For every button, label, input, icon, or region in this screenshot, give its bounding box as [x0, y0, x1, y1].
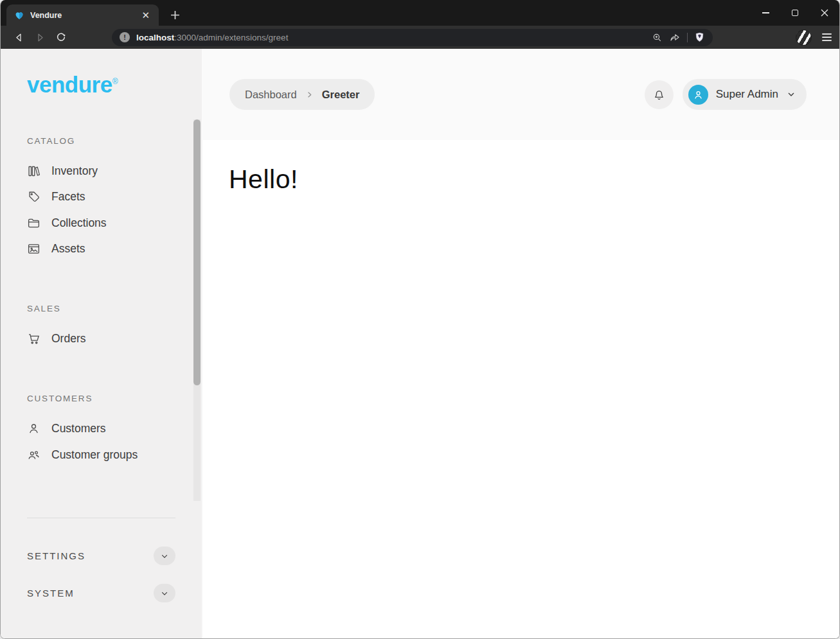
- sidebar-item-orders[interactable]: Orders: [27, 330, 85, 347]
- library-icon: [27, 164, 40, 178]
- minimize-icon: [762, 12, 769, 13]
- sidebar-divider: [27, 518, 175, 518]
- close-button[interactable]: [810, 0, 839, 26]
- hamburger-icon: [822, 33, 832, 35]
- tab-close-icon[interactable]: ✕: [139, 9, 152, 21]
- image-icon: [27, 242, 40, 256]
- browser-window: Vendure ✕: [0, 0, 840, 639]
- forward-icon: [35, 32, 46, 43]
- section-label-catalog: CATALOG: [27, 136, 75, 146]
- window-controls: [751, 0, 839, 26]
- plus-icon: [170, 10, 180, 20]
- sidebar: vendure® CATALOG Inventory: [1, 49, 203, 639]
- logo-registered-mark: ®: [112, 77, 118, 86]
- folder-icon: [27, 216, 40, 230]
- vendure-favicon: [14, 10, 24, 21]
- breadcrumb-current: Greeter: [322, 89, 360, 101]
- reload-button[interactable]: [52, 28, 70, 46]
- browser-menu-button[interactable]: [822, 33, 832, 42]
- browser-toolbar: ! localhost:3000/admin/extensions/greet: [1, 26, 839, 49]
- sidebar-item-label: Assets: [51, 242, 85, 256]
- user-name: Super Admin: [716, 88, 778, 101]
- section-label-system: SYSTEM: [27, 588, 75, 599]
- close-icon: [821, 9, 828, 17]
- sidebar-item-customers[interactable]: Customers: [27, 420, 106, 437]
- section-label-customers: CUSTOMERS: [27, 394, 93, 403]
- zoom-icon[interactable]: [652, 32, 663, 43]
- page-header: Dashboard Greeter: [203, 49, 839, 140]
- sidebar-item-label: Customers: [51, 422, 106, 435]
- brave-shield-icon[interactable]: [694, 31, 705, 43]
- maximize-icon: [792, 10, 798, 16]
- user-menu[interactable]: Super Admin: [683, 79, 807, 110]
- tag-icon: [27, 190, 40, 204]
- sidebar-item-label: Inventory: [51, 164, 98, 178]
- back-icon: [13, 32, 24, 43]
- tab-title: Vendure: [30, 11, 139, 20]
- url-path: :3000/admin/extensions/greet: [174, 33, 288, 42]
- new-tab-button[interactable]: [170, 10, 180, 20]
- sidebar-section-settings: SETTINGS: [27, 547, 175, 565]
- admin-page: vendure® CATALOG Inventory: [1, 49, 839, 639]
- maximize-button[interactable]: [780, 0, 810, 26]
- page-title: Hello!: [229, 164, 814, 195]
- browser-profile-avatar[interactable]: [796, 30, 812, 46]
- logo-text: vendure: [27, 72, 112, 97]
- share-icon[interactable]: [669, 31, 681, 43]
- reload-icon: [55, 31, 67, 43]
- site-info-icon[interactable]: !: [120, 32, 130, 42]
- tab-strip: Vendure ✕: [1, 0, 839, 26]
- browser-tab-vendure[interactable]: Vendure ✕: [6, 4, 159, 26]
- settings-expand-button[interactable]: [154, 547, 175, 565]
- address-bar[interactable]: ! localhost:3000/admin/extensions/greet: [112, 29, 713, 46]
- forward-button[interactable]: [31, 28, 49, 46]
- sidebar-item-assets[interactable]: Assets: [27, 240, 85, 257]
- toolbar-separator: [687, 33, 688, 42]
- minimize-button[interactable]: [751, 0, 780, 26]
- sidebar-scrollbar-track: [193, 119, 201, 501]
- breadcrumb-dashboard[interactable]: Dashboard: [245, 89, 297, 101]
- chevron-right-icon: [305, 90, 314, 100]
- user-avatar: [688, 85, 708, 105]
- users-icon: [27, 448, 40, 462]
- chevron-down-icon: [160, 589, 169, 598]
- chevron-down-icon: [160, 552, 169, 561]
- sidebar-item-label: Facets: [51, 190, 85, 204]
- section-label-sales: SALES: [27, 304, 61, 313]
- page-content: Hello!: [203, 140, 839, 639]
- breadcrumb: Dashboard Greeter: [229, 79, 375, 110]
- sidebar-section-system: SYSTEM: [27, 584, 175, 602]
- main-area: Dashboard Greeter: [203, 49, 839, 639]
- user-icon: [692, 89, 704, 101]
- system-expand-button[interactable]: [154, 584, 175, 602]
- sidebar-scrollbar-thumb[interactable]: [193, 119, 201, 385]
- url-text: localhost:3000/admin/extensions/greet: [136, 33, 288, 42]
- url-host: localhost: [136, 33, 174, 42]
- notifications-button[interactable]: [645, 80, 674, 109]
- sidebar-item-label: Customer groups: [51, 448, 138, 462]
- section-label-settings: SETTINGS: [27, 550, 85, 561]
- cart-icon: [27, 332, 40, 346]
- user-icon: [27, 422, 40, 435]
- sidebar-item-facets[interactable]: Facets: [27, 188, 85, 205]
- sidebar-item-inventory[interactable]: Inventory: [27, 162, 98, 179]
- toolbar-right-group: [796, 26, 832, 49]
- sidebar-item-label: Orders: [51, 332, 85, 346]
- header-right-group: Super Admin: [645, 79, 807, 110]
- sidebar-item-collections[interactable]: Collections: [27, 214, 107, 231]
- sidebar-item-label: Collections: [51, 216, 107, 230]
- chevron-down-icon: [786, 89, 796, 100]
- back-button[interactable]: [10, 28, 28, 46]
- bell-icon: [652, 88, 666, 101]
- vendure-logo[interactable]: vendure®: [27, 72, 118, 98]
- sidebar-item-customer-groups[interactable]: Customer groups: [27, 446, 138, 463]
